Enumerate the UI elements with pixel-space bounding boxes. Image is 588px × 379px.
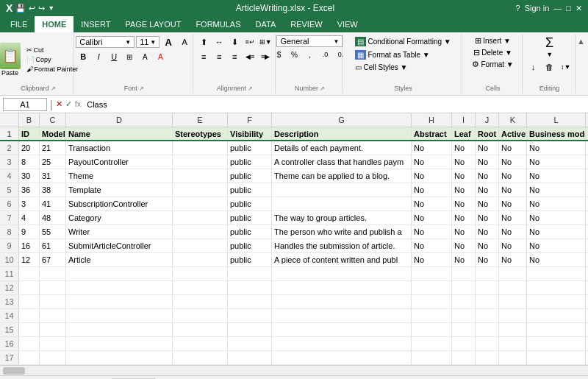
- cell-6-h[interactable]: No: [412, 197, 452, 210]
- col-header-c[interactable]: C: [40, 113, 66, 127]
- delete-button[interactable]: ⊟ Delete ▼: [471, 47, 514, 58]
- insert-function-icon[interactable]: fx: [75, 99, 82, 109]
- cell-10-l[interactable]: No: [527, 253, 586, 266]
- cell-14-h[interactable]: [412, 309, 452, 322]
- cell-13-d[interactable]: [66, 295, 173, 308]
- align-right-button[interactable]: ≡: [227, 50, 242, 63]
- cell-1-h[interactable]: Abstract: [412, 127, 452, 140]
- cell-17-c[interactable]: [40, 351, 66, 364]
- cell-17-g[interactable]: [272, 351, 412, 364]
- tab-file[interactable]: FILE: [3, 16, 35, 32]
- cell-15-l[interactable]: [527, 323, 586, 336]
- cell-3-j[interactable]: No: [476, 155, 499, 169]
- cell-1-b[interactable]: ID: [19, 127, 40, 140]
- cell-5-c[interactable]: 38: [40, 183, 66, 196]
- cell-8-c[interactable]: 55: [40, 225, 66, 238]
- cell-5-d[interactable]: Template: [66, 183, 173, 196]
- tab-insert[interactable]: INSERT: [74, 16, 118, 32]
- cell-11-d[interactable]: [66, 267, 173, 280]
- cell-2-b[interactable]: 20: [19, 141, 40, 155]
- tab-review[interactable]: REVIEW: [283, 16, 329, 32]
- cell-13-i[interactable]: [452, 295, 476, 308]
- cell-12-f[interactable]: [228, 281, 272, 294]
- cell-11-l[interactable]: [527, 267, 586, 280]
- cell-9-h[interactable]: No: [412, 239, 452, 252]
- cell-12-b[interactable]: [19, 281, 40, 294]
- paste-button[interactable]: 📋 Paste: [0, 41, 24, 78]
- cell-9-e[interactable]: [173, 239, 228, 252]
- cell-16-d[interactable]: [66, 337, 173, 350]
- cell-11-b[interactable]: [19, 267, 40, 280]
- cell-17-e[interactable]: [173, 351, 228, 364]
- cell-11-f[interactable]: [228, 267, 272, 280]
- cell-1-g[interactable]: Description: [272, 127, 412, 140]
- cell-8-g[interactable]: The person who write and publish a: [272, 225, 412, 238]
- fill-button[interactable]: ↓: [526, 60, 541, 74]
- cell-7-c[interactable]: 48: [40, 211, 66, 224]
- font-size-selector[interactable]: 11▼: [136, 36, 159, 48]
- cell-3-c[interactable]: 25: [40, 155, 66, 169]
- quick-access-redo[interactable]: ↪: [38, 4, 45, 13]
- cell-14-b[interactable]: [19, 309, 40, 322]
- format-button[interactable]: ⚙ Format ▼: [470, 59, 515, 70]
- cell-8-l[interactable]: No: [527, 225, 586, 238]
- cell-10-g[interactable]: A piece of content written and publ: [272, 253, 412, 266]
- quick-access-save[interactable]: 💾: [15, 4, 26, 13]
- cell-4-f[interactable]: public: [228, 169, 272, 183]
- cell-9-k[interactable]: No: [499, 239, 527, 252]
- cell-8-e[interactable]: [173, 225, 228, 238]
- cell-9-c[interactable]: 61: [40, 239, 66, 252]
- cell-11-j[interactable]: [476, 267, 499, 280]
- align-center-button[interactable]: ≡: [212, 50, 226, 63]
- cell-7-f[interactable]: public: [228, 211, 272, 224]
- col-header-h[interactable]: H: [412, 113, 452, 127]
- cell-reference-box[interactable]: A1: [3, 98, 47, 111]
- cell-17-l[interactable]: [527, 351, 586, 364]
- sign-in[interactable]: Sign in: [525, 4, 550, 13]
- cell-12-j[interactable]: [476, 281, 499, 294]
- cell-5-e[interactable]: [173, 183, 228, 196]
- cell-9-j[interactable]: No: [476, 239, 499, 252]
- cell-11-c[interactable]: [40, 267, 66, 280]
- cell-12-g[interactable]: [272, 281, 412, 294]
- cell-2-g[interactable]: Details of each payment.: [272, 141, 412, 155]
- cell-4-j[interactable]: No: [476, 169, 499, 183]
- cell-13-c[interactable]: [40, 295, 66, 308]
- cell-14-d[interactable]: [66, 309, 173, 322]
- cell-16-e[interactable]: [173, 337, 228, 350]
- cell-4-b[interactable]: 30: [19, 169, 40, 183]
- fill-color-button[interactable]: A: [137, 50, 152, 63]
- cell-17-b[interactable]: [19, 351, 40, 364]
- cell-14-i[interactable]: [452, 309, 476, 322]
- cell-16-l[interactable]: [527, 337, 586, 350]
- cell-2-d[interactable]: Transaction: [66, 141, 173, 155]
- cell-15-i[interactable]: [452, 323, 476, 336]
- cell-4-d[interactable]: Theme: [66, 169, 173, 183]
- cell-15-e[interactable]: [173, 323, 228, 336]
- cell-2-h[interactable]: No: [412, 141, 452, 155]
- cell-7-h[interactable]: No: [412, 211, 452, 224]
- cell-5-g[interactable]: [272, 183, 412, 196]
- tab-data[interactable]: DATA: [248, 16, 284, 32]
- currency-button[interactable]: $: [271, 48, 286, 61]
- cell-10-e[interactable]: [173, 253, 228, 266]
- cell-1-d[interactable]: Name: [66, 127, 173, 140]
- cell-8-b[interactable]: 9: [19, 225, 40, 238]
- cell-14-e[interactable]: [173, 309, 228, 322]
- cell-3-g[interactable]: A controller class that handles paym: [272, 155, 412, 169]
- cell-10-c[interactable]: 67: [40, 253, 66, 266]
- col-header-i[interactable]: I: [452, 113, 476, 127]
- cell-16-g[interactable]: [272, 337, 412, 350]
- cell-13-g[interactable]: [272, 295, 412, 308]
- cell-3-e[interactable]: [173, 155, 228, 169]
- cell-7-b[interactable]: 4: [19, 211, 40, 224]
- cell-12-c[interactable]: [40, 281, 66, 294]
- cell-6-l[interactable]: No: [527, 197, 586, 210]
- font-color-button[interactable]: A: [153, 50, 168, 63]
- cell-13-l[interactable]: [527, 295, 586, 308]
- cell-9-l[interactable]: No: [527, 239, 586, 252]
- cell-10-k[interactable]: No: [499, 253, 527, 266]
- cell-10-h[interactable]: No: [412, 253, 452, 266]
- decrease-font-button[interactable]: A: [177, 35, 192, 49]
- cell-16-j[interactable]: [476, 337, 499, 350]
